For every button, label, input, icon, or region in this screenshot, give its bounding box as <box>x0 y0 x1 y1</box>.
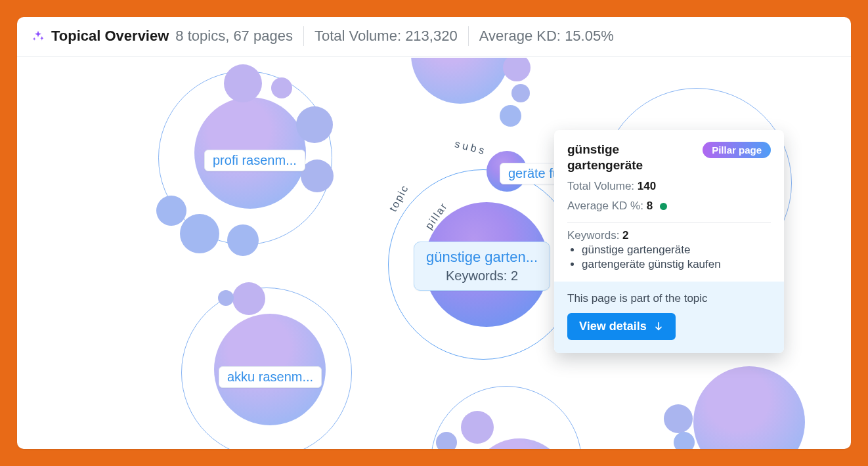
total-volume-stat: Total Volume: 213,320 <box>315 28 458 45</box>
cluster-satellite[interactable] <box>436 432 457 449</box>
tooltip-kd: Average KD %: 8 <box>567 200 771 213</box>
view-details-button[interactable]: View details <box>567 313 676 340</box>
subs-label: subs <box>454 138 488 158</box>
list-item: günstige gartengeräte <box>582 244 771 257</box>
kd-difficulty-dot-icon <box>660 203 667 210</box>
pillar-chip-keywords: Keywords: 2 <box>426 268 538 284</box>
cluster-circle[interactable] <box>693 366 805 449</box>
pillar-chip-title: günstige garten... <box>426 249 538 266</box>
cluster-satellite[interactable] <box>674 432 695 449</box>
cluster-satellite[interactable] <box>271 77 292 98</box>
pillar-page-badge: Pillar page <box>703 142 771 158</box>
tooltip-title: günstige gartengeräte <box>567 142 696 173</box>
cluster-satellite[interactable] <box>461 411 494 444</box>
tooltip-keyword-list: günstige gartengeräte gartengeräte günst… <box>567 244 771 271</box>
cluster-label-akku[interactable]: akku rasenm... <box>219 366 322 388</box>
cluster-satellite[interactable] <box>503 58 531 81</box>
topical-overview-panel: Topical Overview 8 topics, 67 pages Tota… <box>17 17 851 449</box>
arrow-down-icon <box>653 321 664 331</box>
panel-header: Topical Overview 8 topics, 67 pages Tota… <box>17 17 851 57</box>
cluster-satellite[interactable] <box>224 64 262 102</box>
topics-pages-stat: 8 topics, 67 pages <box>175 28 293 45</box>
cluster-label-profi[interactable]: profi rasenm... <box>204 150 305 171</box>
cluster-satellite[interactable] <box>180 214 219 253</box>
sparkle-icon <box>32 30 45 43</box>
tooltip-volume: Total Volume: 140 <box>567 180 771 193</box>
divider <box>468 26 469 46</box>
tooltip-footer-text: This page is part of the topic <box>567 292 771 305</box>
tooltip-keywords-count: Keywords: 2 <box>567 229 771 242</box>
average-kd-stat: Average KD: 15.05% <box>479 28 614 45</box>
cluster-satellite[interactable] <box>156 196 186 226</box>
divider <box>567 222 771 222</box>
cluster-satellite[interactable] <box>232 282 265 315</box>
pillar-tooltip: günstige gartengeräte Pillar page Total … <box>554 130 784 353</box>
list-item: gartengeräte günstig kaufen <box>582 258 771 271</box>
cluster-satellite[interactable] <box>500 105 521 127</box>
cluster-satellite[interactable] <box>664 404 693 433</box>
page-title: Topical Overview <box>51 28 169 45</box>
divider <box>303 26 304 46</box>
cluster-satellite[interactable] <box>227 224 259 256</box>
cluster-circle[interactable] <box>411 58 510 104</box>
cluster-satellite[interactable] <box>301 159 334 192</box>
cluster-satellite[interactable] <box>218 290 234 306</box>
cluster-satellite[interactable] <box>296 106 333 143</box>
cluster-satellite[interactable] <box>511 84 530 102</box>
pillar-chip[interactable]: günstige garten... Keywords: 2 <box>414 242 550 291</box>
topic-map-canvas[interactable]: profi rasenm... akku rasenm... topic pil… <box>17 58 851 449</box>
